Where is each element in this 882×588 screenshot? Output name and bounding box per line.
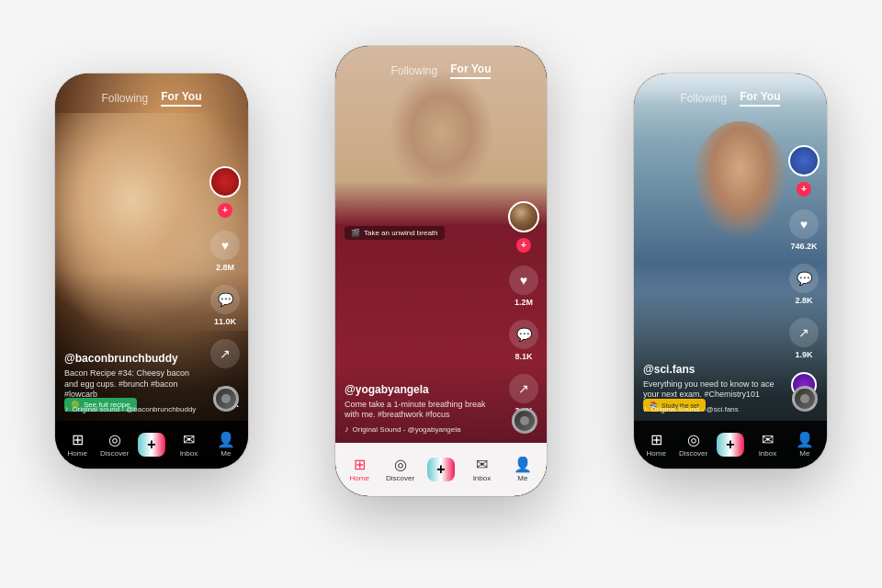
- inbox-nav-right[interactable]: ✉ Inbox: [749, 433, 786, 458]
- sound-text-right: Original Sound - @sci.fans: [651, 405, 739, 413]
- add-nav-right[interactable]: +: [712, 433, 749, 457]
- following-tab-left[interactable]: Following: [102, 92, 149, 105]
- caption-left: Bacon Recipe #34: Cheesy bacon and egg c…: [64, 368, 198, 401]
- creator-avatar-center[interactable]: [508, 201, 539, 232]
- home-icon-center: ⊞: [354, 458, 366, 472]
- share-button-left[interactable]: ↗: [210, 339, 240, 368]
- home-nav-right[interactable]: ⊞ Home: [638, 433, 674, 458]
- follow-plus-badge-left[interactable]: +: [218, 203, 232, 218]
- home-nav-center[interactable]: ⊞ Home: [339, 458, 379, 482]
- following-tab-right[interactable]: Following: [681, 92, 728, 105]
- home-icon-right: ⊞: [650, 433, 662, 447]
- home-label-right: Home: [647, 449, 666, 458]
- comment-icon-center: 💬: [509, 320, 538, 349]
- like-count-center: 1.2M: [514, 298, 533, 307]
- for-you-tab-left[interactable]: For You: [161, 90, 201, 107]
- me-icon-right: 👤: [796, 433, 814, 447]
- sound-row-left: ♪ Original sound - @baconbrunchbuddy: [64, 404, 198, 413]
- music-note-icon-right: ♪: [643, 404, 648, 413]
- discover-nav-center[interactable]: ◎ Discover: [379, 458, 420, 482]
- creator-avatar-right[interactable]: [788, 145, 820, 176]
- inbox-label-right: Inbox: [759, 449, 777, 458]
- disc-inner-right: [800, 394, 809, 403]
- inbox-label-center: Inbox: [473, 474, 492, 482]
- comment-icon-right: 💬: [789, 264, 819, 293]
- caption-right: Everything you need to know to ace your …: [643, 379, 776, 401]
- share-icon-left: ↗: [210, 339, 240, 368]
- disc-inner-center: [520, 416, 529, 425]
- share-count-right: 1.9K: [795, 350, 812, 359]
- like-button-center[interactable]: ♥ 1.2M: [509, 266, 538, 307]
- home-nav-left[interactable]: ⊞ Home: [59, 433, 96, 458]
- share-icon-center: ↗: [509, 374, 538, 403]
- phone-left-screen: Following For You + ♥ 2.8M 💬 11.0K ↗ •••: [55, 74, 248, 469]
- me-nav-center[interactable]: 👤 Me: [503, 458, 543, 482]
- follow-plus-badge-center[interactable]: +: [516, 238, 531, 253]
- caption-badge-center: 🎬 Take an unwind breath: [345, 226, 445, 240]
- top-navigation-right: Following For You: [634, 74, 827, 114]
- discover-icon-right: ◎: [687, 433, 700, 447]
- caption-badge-text: Take an unwind breath: [364, 229, 438, 237]
- sound-disc-right[interactable]: [792, 386, 818, 412]
- add-button-right[interactable]: +: [717, 433, 743, 457]
- username-right[interactable]: @sci.fans: [643, 363, 776, 376]
- me-nav-left[interactable]: 👤 Me: [208, 433, 244, 458]
- caption-center: Come take a 1-minute breathing break wit…: [345, 400, 496, 421]
- add-button-left[interactable]: +: [138, 433, 164, 457]
- comment-button-left[interactable]: 💬 11.0K: [210, 285, 240, 326]
- add-nav-center[interactable]: +: [421, 458, 461, 481]
- inbox-nav-center[interactable]: ✉ Inbox: [461, 458, 502, 482]
- like-button-right[interactable]: ♥ 746.2K: [789, 209, 819, 251]
- comment-count-center: 8.1K: [514, 352, 532, 361]
- username-center[interactable]: @yogabyangela: [345, 383, 496, 396]
- discover-nav-left[interactable]: ◎ Discover: [96, 433, 132, 458]
- sound-text-left: Original sound - @baconbrunchbuddy: [73, 405, 197, 413]
- me-label-right: Me: [799, 449, 809, 458]
- discover-label-right: Discover: [679, 449, 707, 458]
- share-button-right[interactable]: ↗ 1.9K: [789, 318, 819, 359]
- phone-left: Following For You + ♥ 2.8M 💬 11.0K ↗ •••: [55, 74, 248, 469]
- phone-center: Following For You 🎬 Take an unwind breat…: [335, 46, 547, 496]
- avatar-image-left: [211, 168, 239, 196]
- bottom-content-left: @baconbrunchbuddy Bacon Recipe #34: Chee…: [64, 352, 198, 413]
- for-you-tab-center[interactable]: For You: [450, 62, 491, 79]
- phone-right-screen: Following For You + ♥ 746.2K 💬 2.8K ↗ 1.…: [634, 74, 827, 469]
- discover-label-center: Discover: [386, 474, 414, 482]
- home-icon-left: ⊞: [72, 433, 84, 447]
- sound-disc-left[interactable]: [213, 386, 239, 412]
- bottom-nav-center: ⊞ Home ◎ Discover + ✉ Inbox 👤 Me: [335, 443, 547, 496]
- bottom-nav-left: ⊞ Home ◎ Discover + ✉ Inbox 👤 Me: [55, 421, 248, 469]
- comment-icon-left: 💬: [210, 285, 240, 314]
- username-left[interactable]: @baconbrunchbuddy: [64, 352, 198, 365]
- right-sidebar-right: + ♥ 746.2K 💬 2.8K ↗ 1.9K: [788, 145, 820, 398]
- inbox-icon-left: ✉: [183, 433, 195, 447]
- creator-avatar-left[interactable]: [209, 166, 241, 198]
- heart-icon-left: ♥: [210, 231, 240, 260]
- comment-count-right: 2.8K: [795, 296, 812, 305]
- like-button-left[interactable]: ♥ 2.8M: [210, 231, 240, 272]
- inbox-icon-center: ✉: [476, 458, 488, 472]
- comment-button-center[interactable]: 💬 8.1K: [509, 320, 538, 361]
- add-button-center[interactable]: +: [427, 458, 454, 481]
- inbox-nav-left[interactable]: ✉ Inbox: [170, 433, 207, 458]
- sound-row-right: ♪ Original Sound - @sci.fans: [643, 404, 776, 413]
- sound-disc-center[interactable]: [512, 408, 537, 434]
- science-face-visual: [692, 121, 788, 240]
- home-label-left: Home: [68, 449, 87, 458]
- discover-nav-right[interactable]: ◎ Discover: [674, 433, 711, 458]
- comment-button-right[interactable]: 💬 2.8K: [789, 264, 819, 305]
- discover-icon-left: ◎: [108, 433, 121, 447]
- top-navigation-center: Following For You: [335, 46, 547, 86]
- add-nav-left[interactable]: +: [133, 433, 170, 457]
- for-you-tab-right[interactable]: For You: [740, 90, 780, 107]
- phone-center-screen: Following For You 🎬 Take an unwind breat…: [335, 46, 547, 496]
- discover-icon-center: ◎: [394, 458, 407, 472]
- me-nav-right[interactable]: 👤 Me: [786, 433, 823, 458]
- sound-row-center: ♪ Original Sound - @yogabyangela: [345, 424, 496, 434]
- like-count-right: 746.2K: [790, 242, 817, 251]
- heart-icon-right: ♥: [789, 209, 819, 239]
- yoga-face-visual: [389, 69, 494, 195]
- bottom-content-right: @sci.fans Everything you need to know to…: [643, 363, 776, 413]
- follow-plus-badge-right[interactable]: +: [797, 182, 811, 197]
- following-tab-center[interactable]: Following: [391, 64, 438, 77]
